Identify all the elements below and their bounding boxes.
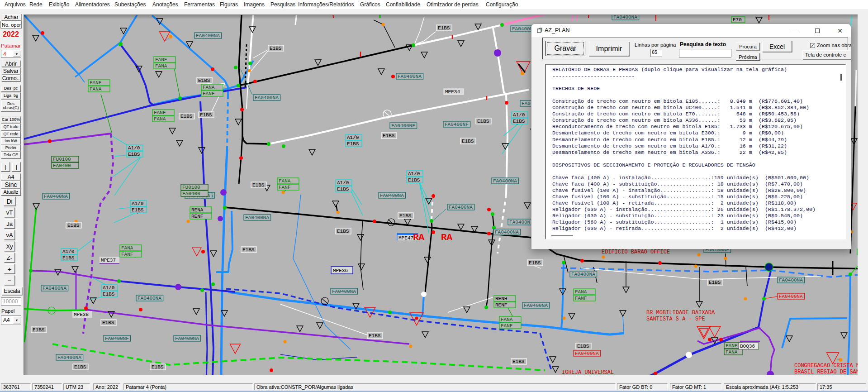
- svg-text:E1BS: E1BS: [383, 133, 395, 139]
- svg-text:RENA: RENA: [191, 207, 204, 213]
- svg-text:E1BS: E1BS: [399, 213, 412, 219]
- svg-text:FANA: FANA: [203, 85, 215, 90]
- svg-text:RENH: RENH: [495, 296, 507, 301]
- svg-text:E1BS: E1BS: [408, 177, 420, 183]
- svg-text:FA0400NA: FA0400NA: [43, 286, 66, 291]
- svg-text:FA0400NF: FA0400NF: [105, 336, 129, 341]
- svg-text:MPE47: MPE47: [398, 235, 413, 241]
- svg-text:FA0400NA: FA0400NA: [196, 33, 220, 38]
- svg-text:A1/0: A1/0: [408, 171, 420, 177]
- svg-text:RENF: RENF: [191, 214, 203, 219]
- svg-text:E1BS: E1BS: [438, 25, 450, 31]
- svg-text:E1BS: E1BS: [128, 152, 140, 157]
- svg-text:E1BS: E1BS: [270, 46, 282, 51]
- svg-text:E1BS: E1BS: [529, 260, 541, 266]
- svg-text:E1BS: E1BS: [33, 327, 45, 333]
- svg-text:RENF: RENF: [495, 302, 507, 308]
- svg-text:E1BS: E1BS: [477, 119, 489, 124]
- svg-text:E1BS: E1BS: [198, 78, 210, 83]
- svg-text:FANF: FANF: [575, 296, 587, 301]
- svg-text:E1BS: E1BS: [369, 333, 381, 339]
- svg-text:A1/0: A1/0: [347, 135, 359, 140]
- svg-text:FA0400NA: FA0400NA: [175, 336, 199, 341]
- svg-text:E1BS: E1BS: [242, 247, 255, 253]
- svg-text:E1BS: E1BS: [102, 320, 114, 325]
- svg-text:FANA: FANA: [90, 86, 102, 92]
- svg-text:E1BS: E1BS: [709, 280, 721, 285]
- svg-text:FANF: FANF: [154, 110, 166, 115]
- svg-text:EDIFICIO BARAO OFFICE: EDIFICIO BARAO OFFICE: [602, 249, 670, 255]
- svg-text:FA0400: FA0400: [182, 191, 200, 196]
- svg-text:E1BS: E1BS: [62, 255, 75, 261]
- svg-text:FA0400NA: FA0400NA: [138, 296, 161, 301]
- svg-text:E1BS: E1BS: [74, 364, 86, 370]
- svg-text:RA: RA: [441, 232, 453, 243]
- svg-text:MPE36: MPE36: [333, 268, 348, 273]
- svg-text:E1BS: E1BS: [132, 207, 144, 213]
- svg-text:FANA: FANA: [726, 349, 738, 355]
- svg-text:FANA: FANA: [155, 63, 167, 69]
- svg-text:FA0: FA0: [522, 101, 531, 106]
- svg-text:FA0400N: FA0400N: [509, 220, 530, 225]
- svg-text:FA0400NA: FA0400NA: [495, 229, 519, 235]
- svg-text:FU0100: FU0100: [182, 185, 200, 190]
- svg-text:CONGREGACAO CRISTA N: CONGREGACAO CRISTA N: [794, 363, 858, 369]
- svg-text:A1/0: A1/0: [103, 285, 114, 291]
- svg-text:A1/0: A1/0: [62, 249, 74, 254]
- svg-text:E1BS: E1BS: [152, 364, 164, 370]
- svg-text:BRASIL REGIAO DE SAN: BRASIL REGIAO DE SAN: [794, 369, 858, 375]
- svg-text:MPE34: MPE34: [445, 89, 460, 95]
- svg-text:E1BS: E1BS: [103, 292, 115, 297]
- svg-text:FA0400NA: FA0400NA: [57, 355, 81, 360]
- svg-text:A1/0: A1/0: [132, 201, 143, 206]
- svg-text:MPE37: MPE37: [101, 258, 116, 263]
- svg-text:E1BS: E1BS: [337, 186, 349, 192]
- svg-text:FA0400NA: FA0400NA: [779, 277, 803, 283]
- svg-text:FA0400NA: FA0400NA: [332, 289, 356, 294]
- svg-text:FANF: FANF: [279, 185, 290, 190]
- svg-text:FANF: FANF: [155, 57, 167, 62]
- svg-text:FANF: FANF: [203, 91, 214, 96]
- svg-text:BOQ36: BOQ36: [740, 344, 755, 349]
- svg-text:A1/0: A1/0: [513, 112, 525, 118]
- svg-text:FANA: FANA: [501, 317, 513, 322]
- svg-text:FA0400NA: FA0400NA: [44, 194, 68, 199]
- svg-text:E1BS: E1BS: [512, 359, 525, 364]
- svg-text:FA0400NA: FA0400NA: [524, 303, 548, 308]
- svg-text:FANA: FANA: [154, 116, 166, 122]
- svg-text:FANA: FANA: [575, 289, 587, 295]
- svg-text:FA0400NA: FA0400NA: [380, 193, 404, 198]
- svg-text:E1BS: E1BS: [577, 344, 589, 349]
- svg-text:FA0400NA: FA0400NA: [779, 294, 803, 299]
- svg-text:SANTISTA S A - SPE: SANTISTA S A - SPE: [646, 316, 705, 322]
- svg-text:FANA: FANA: [279, 178, 291, 184]
- svg-text:FANF: FANF: [726, 343, 737, 349]
- svg-text:E1BS: E1BS: [200, 112, 212, 118]
- svg-text:E1BS: E1BS: [337, 229, 349, 234]
- svg-text:E1BS: E1BS: [180, 114, 193, 119]
- svg-text:IGREJA UNIVERSAL: IGREJA UNIVERSAL: [562, 369, 614, 375]
- svg-text:E1BS: E1BS: [462, 139, 474, 144]
- svg-text:FANA: FANA: [121, 245, 133, 251]
- svg-text:FA0400NF: FA0400NF: [391, 123, 415, 129]
- svg-text:FA0400: FA0400: [53, 163, 71, 168]
- svg-text:E1BS: E1BS: [347, 141, 359, 147]
- svg-text:FA0400NA: FA0400NA: [493, 178, 517, 184]
- svg-text:E1BS: E1BS: [252, 182, 265, 188]
- svg-text:A1/0: A1/0: [128, 145, 140, 151]
- svg-text:FU0100: FU0100: [53, 157, 71, 162]
- svg-text:FANF: FANF: [90, 80, 101, 86]
- svg-text:FA0400NA: FA0400NA: [449, 205, 473, 210]
- svg-text:FANF: FANF: [501, 323, 512, 329]
- svg-text:FANF: FANF: [121, 252, 133, 257]
- svg-text:FA0400NA: FA0400NA: [575, 351, 599, 356]
- svg-text:RA: RA: [413, 232, 425, 243]
- svg-text:BR MOBILIDADE BAIXADA: BR MOBILIDADE BAIXADA: [646, 310, 715, 316]
- svg-text:E1BS: E1BS: [513, 119, 525, 124]
- svg-text:A1/0: A1/0: [337, 180, 349, 186]
- svg-text:FA0400NA: FA0400NA: [245, 215, 269, 220]
- svg-text:FA0400NF: FA0400NF: [445, 122, 469, 127]
- svg-text:MPE38: MPE38: [74, 312, 89, 317]
- svg-text:E1BS: E1BS: [67, 223, 80, 228]
- svg-text:FA0400NA: FA0400NA: [571, 272, 595, 277]
